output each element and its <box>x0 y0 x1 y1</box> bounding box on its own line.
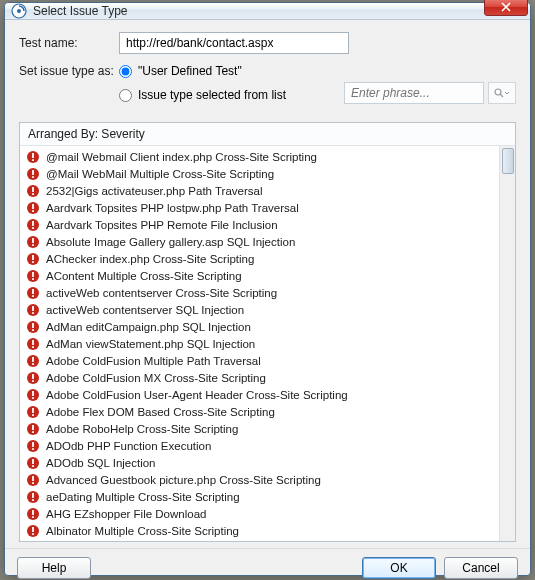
button-bar: Help OK Cancel <box>5 548 530 580</box>
list-item[interactable]: 2532|Gigs activateuser.php Path Traversa… <box>20 182 499 199</box>
svg-rect-15 <box>32 210 34 212</box>
list-item[interactable]: Adobe RoboHelp Cross-Site Scripting <box>20 420 499 437</box>
severity-critical-icon <box>26 269 40 283</box>
list-item-label: AdMan viewStatement.php SQL Injection <box>46 338 255 350</box>
svg-rect-39 <box>32 346 34 348</box>
list-item-label: Advanced Guestbook picture.php Cross-Sit… <box>46 474 321 486</box>
list-item[interactable]: AHG EZshopper File Download <box>20 505 499 522</box>
radio-user-defined[interactable]: "User Defined Test" <box>119 64 242 78</box>
severity-critical-icon <box>26 490 40 504</box>
list-item[interactable]: Absolute Image Gallery gallery.asp SQL I… <box>20 233 499 250</box>
ok-button[interactable]: OK <box>362 557 436 579</box>
list-item-label: Albinator Multiple Cross-Site Scripting <box>46 525 239 537</box>
list-items: @mail Webmail Client index.php Cross-Sit… <box>20 146 499 541</box>
list-item[interactable]: Advanced Guestbook picture.php Cross-Sit… <box>20 471 499 488</box>
list-item[interactable]: Adobe Flex DOM Based Cross-Site Scriptin… <box>20 403 499 420</box>
svg-rect-17 <box>32 221 34 226</box>
svg-rect-57 <box>32 448 34 450</box>
severity-critical-icon <box>26 422 40 436</box>
list-item-label: ADOdb PHP Function Execution <box>46 440 211 452</box>
svg-rect-72 <box>32 533 34 535</box>
list-item-label: Aardvark Topsites PHP Remote File Inclus… <box>46 219 278 231</box>
severity-critical-icon <box>26 286 40 300</box>
titlebar[interactable]: Select Issue Type <box>5 3 530 20</box>
svg-rect-24 <box>32 261 34 263</box>
severity-critical-icon <box>26 507 40 521</box>
svg-point-2 <box>495 89 501 95</box>
svg-rect-33 <box>32 312 34 314</box>
list-item[interactable]: Adobe ColdFusion Multiple Path Traversal <box>20 352 499 369</box>
test-name-label: Test name: <box>19 36 119 50</box>
test-name-input[interactable] <box>119 32 349 54</box>
list-item[interactable]: aeDating Multiple Cross-Site Scripting <box>20 488 499 505</box>
severity-critical-icon <box>26 303 40 317</box>
list-header[interactable]: Arranged By: Severity <box>20 123 515 146</box>
radio-from-list-label: Issue type selected from list <box>138 88 286 102</box>
svg-rect-27 <box>32 278 34 280</box>
svg-rect-35 <box>32 323 34 328</box>
severity-critical-icon <box>26 218 40 232</box>
list-item-label: Aardvark Topsites PHP lostpw.php Path Tr… <box>46 202 299 214</box>
app-icon <box>11 3 27 19</box>
svg-rect-50 <box>32 408 34 413</box>
svg-rect-36 <box>32 329 34 331</box>
dialog-content: Test name: Set issue type as: "User Defi… <box>5 20 530 548</box>
list-item[interactable]: Adobe ColdFusion User-Agent Header Cross… <box>20 386 499 403</box>
severity-critical-icon <box>26 371 40 385</box>
list-item-label: ADOdb SQL Injection <box>46 457 156 469</box>
list-item[interactable]: AdMan viewStatement.php SQL Injection <box>20 335 499 352</box>
list-item[interactable]: Adobe ColdFusion MX Cross-Site Scripting <box>20 369 499 386</box>
list-item[interactable]: ADOdb SQL Injection <box>20 454 499 471</box>
scrollbar[interactable] <box>499 146 515 541</box>
svg-point-1 <box>17 9 21 13</box>
svg-rect-21 <box>32 244 34 246</box>
svg-rect-18 <box>32 227 34 229</box>
list-item[interactable]: ADOdb PHP Function Execution <box>20 437 499 454</box>
list-item[interactable]: AChecker index.php Cross-Site Scripting <box>20 250 499 267</box>
issue-type-row-2: Issue type selected from list <box>19 82 516 104</box>
svg-rect-69 <box>32 516 34 518</box>
scroll-thumb[interactable] <box>502 148 514 174</box>
svg-rect-68 <box>32 510 34 515</box>
svg-rect-47 <box>32 391 34 396</box>
list-item[interactable]: Aardvark Topsites PHP Remote File Inclus… <box>20 216 499 233</box>
list-item[interactable]: AdMan editCampaign.php SQL Injection <box>20 318 499 335</box>
cancel-button[interactable]: Cancel <box>444 557 518 579</box>
severity-critical-icon <box>26 167 40 181</box>
search-options-button[interactable] <box>488 82 516 104</box>
list-item[interactable]: activeWeb contentserver SQL Injection <box>20 301 499 318</box>
list-item-label: @Mail WebMail Multiple Cross-Site Script… <box>46 168 274 180</box>
severity-critical-icon <box>26 337 40 351</box>
list-item-label: @mail Webmail Client index.php Cross-Sit… <box>46 151 317 163</box>
issue-type-row: Set issue type as: "User Defined Test" <box>19 64 516 78</box>
svg-rect-12 <box>32 193 34 195</box>
list-item[interactable]: @mail Webmail Client index.php Cross-Sit… <box>20 148 499 165</box>
list-item-label: AChecker index.php Cross-Site Scripting <box>46 253 254 265</box>
list-item[interactable]: activeWeb contentserver Cross-Site Scrip… <box>20 284 499 301</box>
list-item-label: Absolute Image Gallery gallery.asp SQL I… <box>46 236 295 248</box>
set-issue-label: Set issue type as: <box>19 64 119 78</box>
help-button[interactable]: Help <box>17 557 91 579</box>
list-item[interactable]: Aardvark Topsites PHP lostpw.php Path Tr… <box>20 199 499 216</box>
svg-rect-62 <box>32 476 34 481</box>
severity-critical-icon <box>26 201 40 215</box>
svg-rect-9 <box>32 176 34 178</box>
radio-user-defined-input[interactable] <box>119 65 132 78</box>
list-item[interactable]: @Mail WebMail Multiple Cross-Site Script… <box>20 165 499 182</box>
radio-from-list-input[interactable] <box>119 89 132 102</box>
severity-critical-icon <box>26 456 40 470</box>
svg-rect-6 <box>32 159 34 161</box>
svg-rect-41 <box>32 357 34 362</box>
radio-from-list[interactable]: Issue type selected from list <box>119 88 286 102</box>
list-item-label: Adobe RoboHelp Cross-Site Scripting <box>46 423 238 435</box>
list-item-label: activeWeb contentserver SQL Injection <box>46 304 244 316</box>
svg-rect-26 <box>32 272 34 277</box>
severity-critical-icon <box>26 252 40 266</box>
svg-rect-38 <box>32 340 34 345</box>
close-button[interactable] <box>484 0 528 16</box>
severity-critical-icon <box>26 388 40 402</box>
test-name-row: Test name: <box>19 32 516 54</box>
search-phrase-input[interactable] <box>344 82 484 104</box>
list-item[interactable]: Albinator Multiple Cross-Site Scripting <box>20 522 499 539</box>
list-item[interactable]: AContent Multiple Cross-Site Scripting <box>20 267 499 284</box>
